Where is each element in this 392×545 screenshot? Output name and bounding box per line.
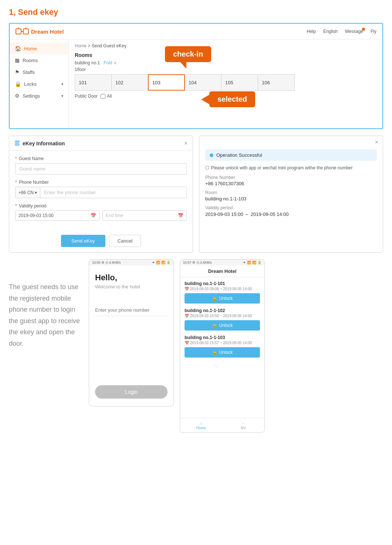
hotel-sidebar: 🏠 Home ▦ Rooms ⚑ Staffs 🔒 Locks ▾ ⚙ Sett… (10, 40, 69, 128)
selected-callout: selected (209, 91, 255, 107)
rooms-heading: Rooms (75, 52, 376, 58)
sidebar-item-home[interactable]: 🏠 Home (10, 43, 68, 54)
footer-tab-me[interactable]: ○ Me (222, 421, 264, 430)
unlock-button-2[interactable]: 🔓 Unlock (185, 320, 260, 331)
ekey-panel-body: * Guest Name * Phone Number +86 CN ▾ (9, 151, 193, 231)
hotel-logo-text: Dream Hotel (31, 28, 64, 35)
login-button[interactable]: Login (95, 385, 168, 399)
key-room-3: building no.1-1-103 (185, 335, 260, 340)
phone-label: * Phone Number (15, 180, 187, 185)
phone-number-input[interactable] (40, 187, 187, 198)
mobile-section: The guest needs to use the registered mo… (9, 259, 383, 433)
all-checkbox-label[interactable]: All (101, 94, 112, 99)
success-panel-body: Operation Successful ☐ Please unlock wit… (199, 146, 383, 227)
ekey-panel-footer: Send eKey Cancel (9, 231, 193, 252)
login-status-bar: 15:55 ⚙ ◷ 4.9KB/s ✦📶📶🔋 (89, 260, 173, 265)
keys-screen-footer: ⌂ Home ○ Me (180, 418, 264, 432)
sidebar-label-locks: Locks (24, 81, 37, 87)
success-text: Operation Successful (216, 152, 262, 158)
home-tab-icon: ⌂ (200, 421, 202, 425)
info-note: ☐ Please unlock with app or wechat mini … (205, 165, 377, 170)
keys-screen: 15:57 ⚙ ◷ 3.5KB/s ✦📶📶🔋 Dream Hotel build… (180, 259, 265, 433)
room-105[interactable]: 105 (221, 74, 258, 91)
phone-group: * Phone Number +86 CN ▾ (15, 180, 187, 198)
nav-fly[interactable]: Fly (371, 29, 376, 34)
send-ekey-button[interactable]: Send eKey (61, 235, 105, 247)
guest-name-group: * Guest Name (15, 156, 187, 175)
nav-message[interactable]: Message (345, 29, 363, 34)
phone-row: +86 CN ▾ (15, 187, 187, 198)
breadcrumb: Home > Send Guest eKey (75, 43, 376, 48)
room-102[interactable]: 102 (111, 74, 148, 91)
breadcrumb-home[interactable]: Home (75, 43, 87, 48)
checkin-callout-box: check-in (165, 46, 211, 62)
keys-screen-body: building no.1-1-101 📅 2019.09.03 09:08 ~… (180, 277, 264, 418)
home-icon: 🏠 (15, 45, 21, 51)
rooms-grid: 101 102 103 104 105 106 (75, 74, 376, 91)
sidebar-item-staffs[interactable]: ⚑ Staffs (10, 66, 68, 78)
mobile-text: The guest needs to use the registered mo… (9, 259, 83, 349)
sidebar-item-settings[interactable]: ⚙ Settings ▾ (10, 90, 68, 102)
unlock-icon-3: 🔓 (212, 350, 217, 355)
staffs-icon: ⚑ (15, 69, 20, 75)
rooms-icon: ▦ (15, 57, 20, 63)
start-date-wrap[interactable]: 2019-09-03 15:00 📅 (15, 210, 99, 221)
login-screen-body: Hello, Welcome to the hotel Login (89, 265, 173, 406)
public-door-label: Public Door (75, 94, 98, 99)
end-cal-icon: 📅 (178, 213, 183, 218)
selected-callout-box: selected (209, 91, 255, 107)
sidebar-label-rooms: Rooms (23, 58, 38, 63)
unlock-button-3[interactable]: 🔓 Unlock (185, 347, 260, 358)
unlock-icon-2: 🔓 (212, 323, 217, 328)
room-104[interactable]: 104 (185, 74, 222, 91)
login-screen: 15:55 ⚙ ◷ 4.9KB/s ✦📶📶🔋 Hello, Welcome to… (89, 259, 174, 406)
success-panel: × Operation Successful ☐ Please unlock w… (199, 136, 383, 253)
all-checkbox[interactable] (101, 94, 105, 99)
ekey-panel-title: ☰ eKey Information (14, 140, 65, 147)
fold-link[interactable]: Fold ∧ (104, 60, 117, 65)
validity-group: * Validity period 2019-09-03 15:00 📅 End… (15, 203, 187, 221)
keys-screen-header: Dream Hotel (180, 265, 264, 277)
sidebar-item-rooms[interactable]: ▦ Rooms (10, 54, 68, 66)
locks-icon: 🔒 (15, 81, 21, 87)
room-103[interactable]: 103 (148, 74, 185, 91)
cancel-button[interactable]: Cancel (109, 235, 141, 247)
unlock-button-1[interactable]: 🔓 Unlock (185, 293, 260, 304)
success-panel-close[interactable]: × (375, 139, 378, 146)
sidebar-label-staffs: Staffs (23, 70, 35, 75)
ekey-icon: ☰ (14, 140, 20, 147)
nav-help[interactable]: Help (307, 29, 316, 34)
nav-language[interactable]: English (323, 29, 338, 34)
room-106[interactable]: 106 (258, 74, 295, 91)
svg-rect-0 (16, 29, 21, 34)
phone-prefix[interactable]: +86 CN ▾ (15, 187, 40, 198)
validity-row: 2019-09-03 15:00 📅 End time 📅 (15, 210, 187, 221)
sidebar-label-home: Home (24, 46, 37, 51)
login-phone-input[interactable] (95, 304, 168, 316)
success-dot (210, 153, 213, 157)
settings-icon: ⚙ (15, 93, 20, 99)
key-validity-3: 📅 2019.09.03 15:57 ~ 2019.09.05 14:00 (185, 341, 260, 345)
key-item-2: building no.1-1-102 📅 2019.09.03 15:56 ~… (185, 308, 260, 331)
login-welcome: Welcome to the hotel (95, 284, 168, 290)
locks-chevron: ▾ (61, 82, 63, 86)
panels-row: ☰ eKey Information × * Guest Name * Phon… (9, 136, 383, 253)
key-item-3: building no.1-1-103 📅 2019.09.03 15:57 ~… (185, 335, 260, 358)
room-101[interactable]: 101 (75, 74, 112, 91)
building-label: building no.1 Fold ∧ (75, 60, 376, 65)
login-status-left: 15:55 ⚙ ◷ 4.9KB/s (92, 261, 121, 264)
sidebar-item-locks[interactable]: 🔒 Locks ▾ (10, 78, 68, 90)
end-date-placeholder: End time (106, 213, 123, 218)
success-banner: Operation Successful (205, 149, 377, 161)
end-date-wrap[interactable]: End time 📅 (102, 210, 187, 221)
validity-label: * Validity period (15, 203, 187, 209)
guest-name-input[interactable] (15, 163, 187, 175)
hotel-body: 🏠 Home ▦ Rooms ⚑ Staffs 🔒 Locks ▾ ⚙ Sett… (10, 40, 382, 128)
info-room: Room building no.1-1-103 (205, 190, 377, 202)
footer-tab-home[interactable]: ⌂ Home (180, 421, 222, 430)
me-tab-icon: ○ (242, 421, 244, 425)
ekey-panel-close[interactable]: × (184, 140, 187, 147)
success-panel-header: × (199, 136, 383, 146)
hotel-main: Home > Send Guest eKey Rooms building no… (69, 40, 382, 128)
message-badge (362, 28, 365, 31)
